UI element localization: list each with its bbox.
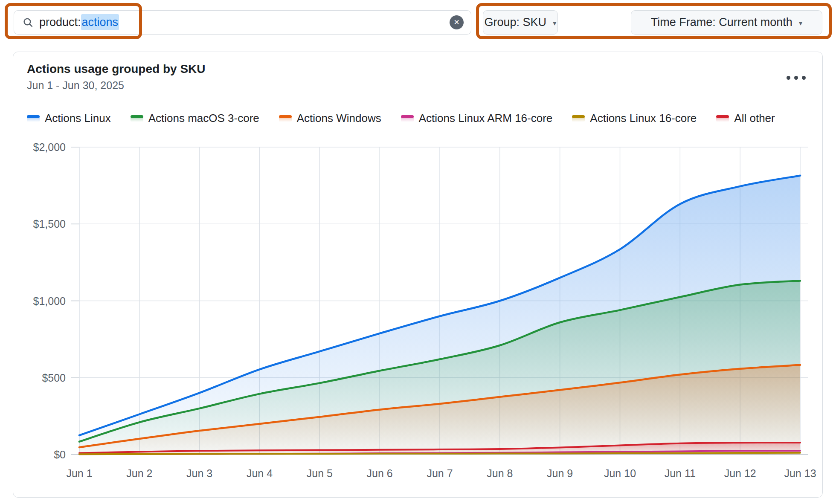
page: { "toolbar": { "search": { "value_prefix… [0, 0, 836, 504]
svg-text:Jun 9: Jun 9 [547, 467, 573, 479]
svg-text:$1,000: $1,000 [33, 295, 66, 307]
svg-text:$500: $500 [42, 372, 66, 384]
search-icon [23, 17, 33, 28]
timeframe-dropdown-label: Time Frame: Current month [651, 16, 792, 29]
chevron-down-icon: ▾ [799, 19, 803, 28]
svg-text:Jun 5: Jun 5 [307, 467, 333, 479]
search-input[interactable]: product:actions ✕ [14, 10, 471, 35]
group-dropdown[interactable]: Group: SKU ▾ [483, 10, 558, 35]
svg-text:$2,000: $2,000 [33, 141, 66, 153]
svg-text:$1,500: $1,500 [33, 218, 66, 230]
svg-text:Jun 2: Jun 2 [126, 467, 152, 479]
search-query-selected-text: actions [81, 14, 119, 30]
svg-text:Jun 8: Jun 8 [487, 467, 513, 479]
group-dropdown-label: Group: SKU [484, 16, 546, 29]
svg-text:Jun 11: Jun 11 [665, 467, 696, 479]
svg-text:Jun 3: Jun 3 [186, 467, 212, 479]
svg-text:$0: $0 [54, 449, 66, 461]
svg-text:Jun 13: Jun 13 [784, 467, 816, 479]
search-query-prefix: product: [39, 16, 81, 29]
usage-card: Actions usage grouped by SKU Jun 1 - Jun… [13, 52, 823, 498]
svg-text:Jun 6: Jun 6 [367, 467, 393, 479]
svg-text:Jun 12: Jun 12 [724, 467, 756, 479]
svg-text:Jun 7: Jun 7 [427, 467, 453, 479]
svg-text:Jun 1: Jun 1 [66, 467, 92, 479]
svg-text:Jun 10: Jun 10 [604, 467, 636, 479]
chevron-down-icon: ▾ [553, 19, 557, 28]
usage-chart[interactable]: $0$500$1,000$1,500$2,000Jun 1Jun 2Jun 3J… [13, 52, 823, 498]
svg-text:Jun 4: Jun 4 [247, 467, 273, 479]
clear-icon: ✕ [453, 18, 459, 27]
timeframe-dropdown[interactable]: Time Frame: Current month ▾ [631, 10, 822, 35]
clear-search-button[interactable]: ✕ [450, 15, 464, 29]
search-query: product:actions [39, 16, 119, 29]
